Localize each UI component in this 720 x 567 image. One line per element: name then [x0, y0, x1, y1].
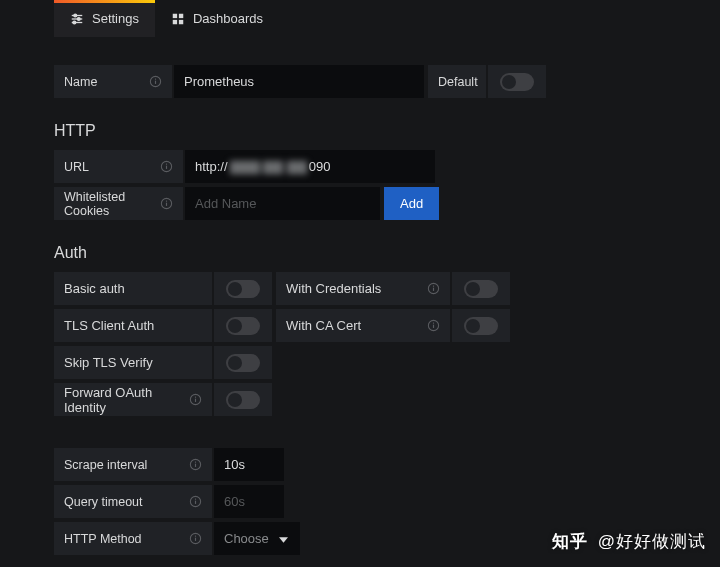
query-timeout-input[interactable] — [214, 485, 284, 518]
url-label: URL — [54, 150, 185, 183]
label-text: URL — [64, 160, 89, 174]
svg-rect-11 — [154, 81, 155, 84]
svg-rect-7 — [179, 13, 183, 17]
cookies-input[interactable] — [185, 187, 380, 220]
scrape-interval-label: Scrape interval — [54, 448, 214, 481]
url-row: URL http:// ▇▇▇ ▇▇ ▇▇ 090 — [54, 150, 666, 183]
with-credentials-label: With Credentials — [276, 272, 452, 305]
info-icon[interactable] — [159, 160, 173, 174]
with-ca-cert-label: With CA Cert — [276, 309, 452, 342]
tab-settings[interactable]: Settings — [54, 0, 155, 37]
svg-point-1 — [74, 14, 77, 17]
info-icon[interactable] — [148, 75, 162, 89]
tab-label: Dashboards — [193, 11, 263, 26]
cookies-row: Whitelisted Cookies Add — [54, 187, 666, 220]
default-toggle[interactable] — [488, 65, 546, 98]
auth-row-forward-oauth: Forward OAuth Identity — [54, 383, 666, 416]
toggle-switch[interactable] — [500, 73, 534, 91]
cookies-label: Whitelisted Cookies — [54, 187, 185, 220]
label-text: HTTP Method — [64, 532, 142, 546]
section-title-auth: Auth — [54, 244, 666, 262]
label-text: Forward OAuth Identity — [64, 385, 189, 415]
auth-row-basic: Basic auth With Credentials — [54, 272, 666, 305]
info-icon[interactable] — [188, 495, 202, 509]
name-input[interactable] — [174, 65, 424, 98]
svg-rect-6 — [173, 13, 177, 17]
caret-down-icon — [279, 531, 288, 546]
url-prefix: http:// — [195, 159, 228, 174]
toggle-switch[interactable] — [464, 280, 498, 298]
svg-rect-8 — [173, 19, 177, 23]
scrape-interval-input[interactable] — [214, 448, 284, 481]
svg-rect-30 — [194, 462, 195, 463]
svg-rect-20 — [432, 288, 433, 291]
button-label: Add — [400, 196, 423, 211]
info-icon[interactable] — [160, 197, 173, 211]
label-text: Basic auth — [64, 281, 125, 296]
tab-label: Settings — [92, 11, 139, 26]
scrape-interval-row: Scrape interval — [54, 448, 666, 481]
http-method-label: HTTP Method — [54, 522, 214, 555]
http-method-select[interactable]: Choose — [214, 522, 300, 555]
svg-rect-9 — [179, 19, 183, 23]
svg-rect-32 — [194, 501, 195, 504]
svg-rect-27 — [195, 397, 196, 398]
label-text: Whitelisted Cookies — [64, 190, 160, 218]
svg-rect-33 — [194, 499, 195, 500]
with-ca-cert-toggle[interactable] — [452, 309, 510, 342]
url-input[interactable]: http:// ▇▇▇ ▇▇ ▇▇ 090 — [185, 150, 435, 183]
toggle-switch[interactable] — [464, 317, 498, 335]
sliders-icon — [70, 12, 84, 26]
svg-rect-17 — [166, 203, 167, 206]
label-text: Query timeout — [64, 495, 143, 509]
toggle-switch[interactable] — [226, 317, 260, 335]
auth-row-tls: TLS Client Auth With CA Cert — [54, 309, 666, 342]
toggle-switch[interactable] — [226, 280, 260, 298]
dashboard-icon — [171, 12, 185, 26]
forward-oauth-label: Forward OAuth Identity — [54, 383, 214, 416]
info-icon[interactable] — [189, 393, 202, 407]
tab-dashboards[interactable]: Dashboards — [155, 0, 279, 37]
toggle-switch[interactable] — [226, 354, 260, 372]
url-redacted: ▇▇▇ ▇▇ ▇▇ — [230, 159, 307, 174]
info-icon[interactable] — [426, 282, 440, 296]
skip-tls-verify-label: Skip TLS Verify — [54, 346, 214, 379]
name-row: Name Default — [54, 65, 666, 98]
with-credentials-toggle[interactable] — [452, 272, 510, 305]
basic-auth-toggle[interactable] — [214, 272, 272, 305]
tls-client-auth-label: TLS Client Auth — [54, 309, 214, 342]
svg-rect-12 — [154, 79, 155, 80]
label-text: Skip TLS Verify — [64, 355, 153, 370]
svg-rect-29 — [194, 464, 195, 467]
svg-rect-26 — [195, 399, 196, 402]
svg-rect-14 — [165, 166, 166, 169]
svg-point-5 — [73, 21, 76, 24]
svg-rect-24 — [432, 323, 433, 324]
label-text: With CA Cert — [286, 318, 361, 333]
add-button[interactable]: Add — [384, 187, 439, 220]
info-icon[interactable] — [188, 532, 202, 546]
svg-point-3 — [77, 17, 80, 20]
tls-client-auth-toggle[interactable] — [214, 309, 272, 342]
auth-row-skip-tls: Skip TLS Verify — [54, 346, 666, 379]
select-value: Choose — [224, 531, 269, 546]
label-text: Name — [64, 75, 97, 89]
name-label: Name — [54, 65, 174, 98]
forward-oauth-toggle[interactable] — [214, 383, 272, 416]
basic-auth-label: Basic auth — [54, 272, 214, 305]
info-icon[interactable] — [188, 458, 202, 472]
svg-rect-15 — [165, 164, 166, 165]
url-suffix: 090 — [309, 159, 331, 174]
info-icon[interactable] — [426, 319, 440, 333]
toggle-switch[interactable] — [226, 391, 260, 409]
svg-rect-35 — [194, 538, 195, 541]
svg-rect-21 — [432, 286, 433, 287]
label-text: Scrape interval — [64, 458, 147, 472]
label-text: Default — [438, 75, 478, 89]
svg-rect-23 — [432, 325, 433, 328]
query-timeout-label: Query timeout — [54, 485, 214, 518]
skip-tls-verify-toggle[interactable] — [214, 346, 272, 379]
query-timeout-row: Query timeout — [54, 485, 666, 518]
label-text: With Credentials — [286, 281, 381, 296]
tab-bar: Settings Dashboards — [54, 0, 666, 37]
